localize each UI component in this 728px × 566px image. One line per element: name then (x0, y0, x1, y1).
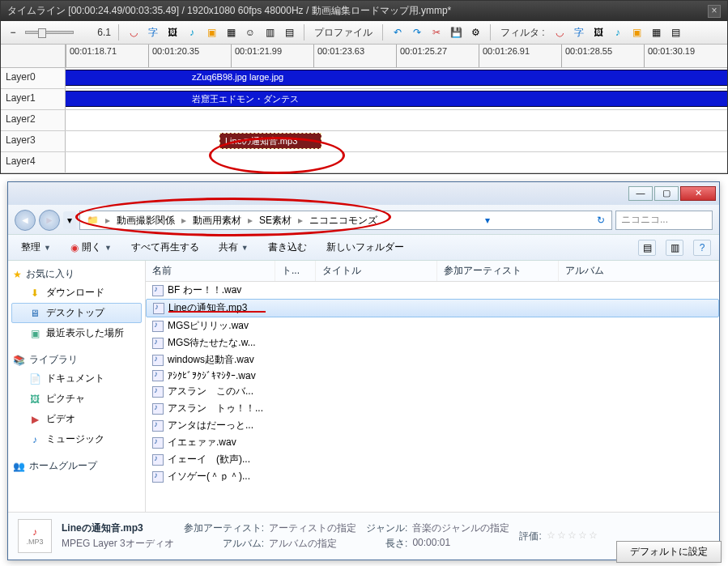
help-icon[interactable]: ? (693, 240, 711, 256)
settings-icon[interactable]: ⚙ (468, 25, 483, 40)
col-name[interactable]: 名前 (146, 261, 275, 281)
redo-icon[interactable]: ↷ (410, 25, 424, 40)
track[interactable]: zZuq6B98.jpg large.jpg (66, 68, 727, 88)
zoom-slider[interactable] (25, 31, 74, 34)
clip-text[interactable]: 岩窟王エドモン・ダンテス (187, 91, 727, 107)
share-button[interactable]: 共有▼ (214, 238, 253, 257)
crumb[interactable]: 動画撮影関係 (113, 212, 178, 229)
minimize-button[interactable]: — (628, 186, 653, 201)
clip-blue[interactable] (66, 91, 187, 107)
tool-icon[interactable]: ◡ (126, 25, 141, 40)
save-icon[interactable]: 💾 (449, 25, 463, 40)
view-icon[interactable]: ▤ (638, 240, 656, 256)
file-row[interactable]: アスラン このバ... (146, 383, 719, 400)
zoom-out-icon[interactable]: − (6, 25, 20, 40)
layer-label[interactable]: Layer1 (1, 89, 66, 109)
text-icon[interactable]: 字 (146, 25, 160, 40)
file-row[interactable]: windows起動音.wav (146, 351, 719, 368)
clip-blue[interactable] (66, 70, 187, 86)
close-button[interactable]: ✕ (680, 186, 716, 201)
organize-button[interactable]: 整理▼ (16, 238, 56, 257)
file-pane: 名前 ト... タイトル 参加アーティスト アルバム BF わー！！.wavLi… (146, 261, 719, 512)
f-effect-icon[interactable]: ▦ (649, 25, 664, 40)
open-button[interactable]: ◉開く▼ (66, 238, 117, 257)
file-row[interactable]: アスラン トゥ！！... (146, 400, 719, 417)
history-dropdown[interactable]: ▾ (63, 211, 76, 229)
search-input[interactable]: ニコニコ... (615, 211, 713, 230)
file-row[interactable]: BF わー！！.wav (146, 282, 719, 299)
timeline-titlebar[interactable]: タイムライン [00:00:24.49/00:03:35.49] / 1920x… (1, 1, 727, 21)
effect-icon[interactable]: ▦ (224, 25, 238, 40)
sidebar-item-videos[interactable]: ▶ビデオ (11, 409, 142, 429)
sidebar-libraries[interactable]: 📚ライブラリ (11, 351, 142, 368)
sidebar-favorites[interactable]: ★お気に入り (11, 266, 142, 283)
file-row[interactable]: MGS待たせたな.w... (146, 334, 719, 351)
timeline-window: タイムライン [00:00:24.49/00:03:35.49] / 1920x… (0, 0, 728, 174)
f-audio-icon[interactable]: ♪ (611, 25, 625, 40)
file-row[interactable]: イエェァァ.wav (146, 434, 719, 451)
col-album[interactable]: アルバム (559, 261, 719, 281)
item-icon[interactable]: ▥ (262, 25, 277, 40)
f-tool-icon[interactable]: ◡ (552, 25, 567, 40)
undo-icon[interactable]: ↶ (390, 25, 405, 40)
track[interactable] (66, 152, 727, 172)
sidebar-homegroup[interactable]: 👥ホームグループ (11, 457, 142, 475)
layer-label[interactable]: Layer0 (1, 68, 66, 88)
folder-icon[interactable]: 📁 (83, 213, 102, 228)
col-track[interactable]: ト... (275, 261, 316, 281)
track[interactable]: Lineの通知音.mp3 (66, 131, 727, 151)
track[interactable]: 岩窟王エドモン・ダンテス (66, 89, 727, 109)
sidebar-item-recent[interactable]: ▣最近表示した場所 (11, 323, 142, 343)
clip-audio[interactable]: Lineの通知音.mp3 (219, 133, 321, 149)
breadcrumb[interactable]: 📁 ▸ 動画撮影関係▸ 動画用素材▸ SE素材▸ ニコニコモンズ ▾ ↻ (79, 211, 612, 230)
file-row[interactable]: イェーイ (歓声)... (146, 451, 719, 468)
sidebar-item-desktop[interactable]: 🖥デスクトップ (11, 303, 142, 323)
crumb[interactable]: SE素材 (256, 212, 295, 229)
file-row[interactable]: MGSピリリッ.wav (146, 317, 719, 334)
f-text-icon[interactable]: 字 (572, 25, 586, 40)
layer-label[interactable]: Layer4 (1, 152, 66, 172)
cut-icon[interactable]: ✂ (429, 25, 444, 40)
clip-image[interactable]: zZuq6B98.jpg large.jpg (187, 70, 727, 86)
playall-button[interactable]: すべて再生する (126, 238, 204, 257)
col-artist[interactable]: 参加アーティスト (437, 261, 559, 281)
col-title[interactable]: タイトル (316, 261, 437, 281)
preview-icon[interactable]: ▥ (666, 240, 683, 256)
crumb[interactable]: ニコニコモンズ (306, 212, 381, 229)
forward-button[interactable]: ► (39, 210, 60, 231)
refresh-icon[interactable]: ↻ (594, 215, 608, 226)
profile-label[interactable]: プロファイル (312, 26, 375, 40)
sidebar-item-music[interactable]: ♪ミュージック (11, 429, 142, 449)
back-button[interactable]: ◄ (15, 210, 36, 231)
file-list[interactable]: BF わー！！.wavLineの通知音.mp3MGSピリリッ.wavMGS待たせ… (146, 282, 719, 512)
burn-button[interactable]: 書き込む (263, 238, 312, 257)
sidebar-item-downloads[interactable]: ⬇ダウンロード (11, 283, 142, 303)
default-button[interactable]: デフォルトに設定 (616, 541, 722, 563)
sidebar-item-pictures[interactable]: 🖼ピクチャ (11, 389, 142, 409)
filter-label[interactable]: フィルタ : (498, 26, 547, 40)
crumb[interactable]: 動画用素材 (189, 212, 245, 229)
track[interactable] (66, 110, 727, 130)
explorer-titlebar[interactable]: — ▢ ✕ (8, 182, 719, 205)
file-row[interactable]: ｱｼｸﾋﾞｦｸｼﾞｷﾏｼﾀｰ.wav (146, 368, 719, 383)
dropdown-icon[interactable]: ▾ (482, 215, 493, 226)
close-icon[interactable]: × (708, 5, 721, 18)
f-image-icon[interactable]: 🖼 (591, 25, 606, 40)
layer-label[interactable]: Layer3 (1, 131, 66, 151)
newfolder-button[interactable]: 新しいフォルダー (321, 238, 409, 257)
f-video-icon[interactable]: ▣ (630, 25, 645, 40)
timeline-ruler[interactable]: 00:01:18.7100:01:20.3500:01:21.9900:01:2… (1, 45, 727, 68)
face-icon[interactable]: ☺ (243, 25, 258, 40)
maximize-button[interactable]: ▢ (654, 186, 679, 201)
file-row[interactable]: イソゲー(＾ｐ＾)... (146, 468, 719, 485)
rating-stars[interactable]: ☆☆☆☆☆ (547, 530, 599, 543)
layer-label[interactable]: Layer2 (1, 110, 66, 130)
file-row[interactable]: Lineの通知音.mp3 (146, 299, 719, 317)
misc-icon[interactable]: ▤ (282, 25, 296, 40)
sidebar-item-documents[interactable]: 📄ドキュメント (11, 368, 142, 389)
video-icon[interactable]: ▣ (204, 25, 219, 40)
image-icon[interactable]: 🖼 (165, 25, 180, 40)
file-row[interactable]: アンタはだーっと... (146, 417, 719, 434)
audio-icon[interactable]: ♪ (185, 25, 199, 40)
f-misc-icon[interactable]: ▤ (669, 25, 683, 40)
